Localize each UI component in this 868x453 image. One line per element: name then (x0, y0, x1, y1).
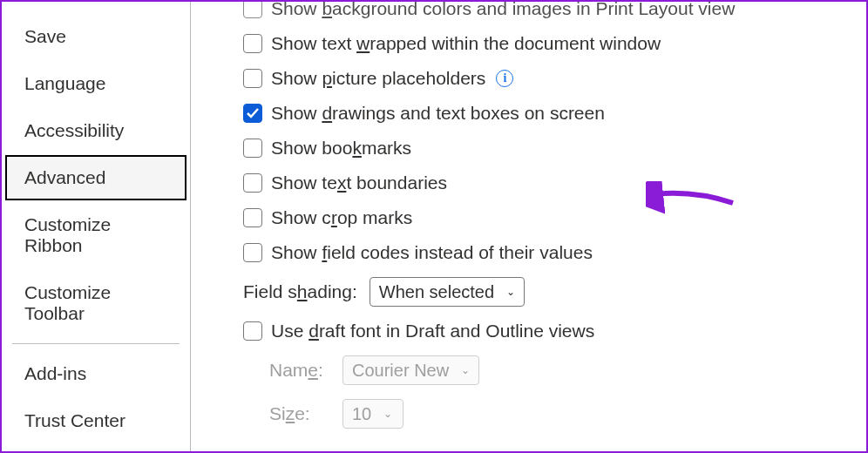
option-label: Show field codes instead of their values (271, 242, 593, 263)
info-icon[interactable]: i (496, 70, 513, 87)
draft-size-row: Size: 10 ⌄ (269, 392, 866, 436)
sidebar-item-save[interactable]: Save (5, 14, 186, 59)
select-value: Courier New (352, 361, 449, 381)
checkbox-bookmarks[interactable] (243, 139, 262, 158)
option-row-draft-font: Use draft font in Draft and Outline view… (243, 314, 866, 348)
option-label: Show background colors and images in Pri… (271, 2, 735, 19)
option-label: Show picture placeholders (271, 68, 485, 89)
checkbox-field-codes[interactable] (243, 243, 262, 262)
draft-name-row: Name: Courier New ⌄ (269, 348, 866, 392)
sidebar-item-advanced[interactable]: Advanced (5, 155, 186, 200)
checkbox-draft-font[interactable] (243, 321, 262, 341)
field-shading-label: Field shading: (243, 281, 357, 302)
chevron-down-icon: ⌄ (461, 364, 470, 376)
option-row-drawings: Show drawings and text boxes on screen (243, 96, 866, 131)
draft-size-label: Size: (269, 403, 330, 424)
sidebar-divider (12, 343, 180, 344)
checkbox-picture-placeholders[interactable] (243, 69, 262, 88)
draft-name-label: Name: (269, 360, 330, 381)
option-label: Show text wrapped within the document wi… (271, 33, 661, 54)
sidebar-item-trust-center[interactable]: Trust Center (5, 398, 186, 443)
select-value: 10 (352, 404, 371, 424)
draft-name-select: Courier New ⌄ (342, 355, 479, 385)
chevron-down-icon: ⌄ (506, 286, 515, 298)
option-row-crop-marks: Show crop marks (243, 200, 866, 235)
checkbox-drawings[interactable] (243, 104, 262, 123)
field-shading-row: Field shading: When selected ⌄ (243, 270, 866, 314)
option-row-background-colors: Show background colors and images in Pri… (243, 2, 866, 26)
sidebar-item-customize-ribbon[interactable]: Customize Ribbon (5, 202, 186, 268)
option-label: Show drawings and text boxes on screen (271, 103, 605, 124)
option-row-bookmarks: Show bookmarks (243, 131, 866, 166)
sidebar-item-customize-toolbar[interactable]: Customize Toolbar (5, 270, 186, 336)
draft-font-subgroup: Name: Courier New ⌄ Size: 10 ⌄ (269, 348, 866, 436)
option-row-text-wrapped: Show text wrapped within the document wi… (243, 26, 866, 61)
checkbox-crop-marks[interactable] (243, 208, 262, 227)
option-label: Show bookmarks (271, 138, 411, 159)
sidebar: Save Language Accessibility Advanced Cus… (2, 2, 191, 451)
checkbox-background-colors[interactable] (243, 2, 262, 18)
field-shading-select[interactable]: When selected ⌄ (370, 277, 525, 307)
sidebar-item-language[interactable]: Language (5, 61, 186, 106)
chevron-down-icon: ⌄ (383, 408, 392, 420)
option-label: Use draft font in Draft and Outline view… (271, 321, 594, 341)
option-row-picture-placeholders: Show picture placeholders i (243, 61, 866, 96)
checkbox-text-boundaries[interactable] (243, 173, 262, 193)
options-dialog: Save Language Accessibility Advanced Cus… (0, 0, 868, 453)
checkbox-text-wrapped[interactable] (243, 34, 262, 53)
option-label: Show text boundaries (271, 172, 447, 193)
option-label: Show crop marks (271, 207, 412, 228)
sidebar-item-accessibility[interactable]: Accessibility (5, 108, 186, 153)
main-panel: Show background colors and images in Pri… (191, 2, 866, 451)
draft-size-select: 10 ⌄ (342, 399, 403, 429)
select-value: When selected (379, 282, 494, 302)
sidebar-item-addins[interactable]: Add-ins (5, 351, 186, 396)
option-row-text-boundaries: Show text boundaries (243, 166, 866, 200)
option-row-field-codes: Show field codes instead of their values (243, 235, 866, 270)
